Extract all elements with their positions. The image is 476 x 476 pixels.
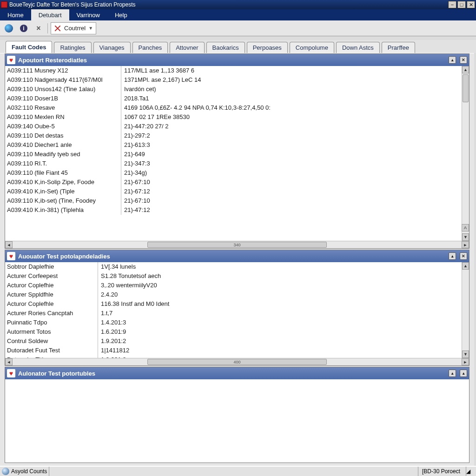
window-title: BoueTeyjc Dafte Tor Beten's Sijus Eratio…: [9, 1, 136, 8]
tab-vianages[interactable]: Vianages: [93, 42, 131, 53]
cell-value: 1|1411812: [98, 346, 469, 355]
panel2-vscroll[interactable]: ▲ ▼: [462, 262, 469, 358]
scroll-right-icon[interactable]: ►: [462, 241, 469, 248]
panel2-close-button[interactable]: ✕: [460, 252, 467, 260]
panel2-hscroll[interactable]: ◄ 400 ►: [5, 358, 469, 365]
window-titlebar: BoueTeyjc Dafte Tor Beten's Sijus Eratio…: [0, 0, 476, 9]
table-row[interactable]: A039:410 Diecher1 anle21)-613:3: [5, 140, 469, 150]
table-row[interactable]: A039:111 Musney X12117/ML1 ase 1,,13 368…: [5, 66, 469, 75]
table-row[interactable]: A039:110 (file Fiant 4521)-34g): [5, 168, 469, 178]
hscroll-thumb-1[interactable]: 340: [147, 242, 327, 248]
tab-compolume[interactable]: Compolume: [290, 42, 334, 53]
menu-varrinow[interactable]: Varrinow: [69, 9, 107, 20]
menubar: Home Detubart Varrinow Help: [0, 9, 476, 20]
panel1-side-tool[interactable]: A: [462, 224, 469, 231]
scroll-thumb[interactable]: [463, 74, 469, 102]
table-row[interactable]: Contrul Soldew1.9.201:2: [5, 337, 469, 346]
tab-baokarics[interactable]: Baokarics: [206, 42, 245, 53]
table-row[interactable]: A039:110 RI.T.21)-347:3: [5, 159, 469, 168]
panel1-collapse-button[interactable]: ▴: [449, 56, 456, 64]
close-button[interactable]: ✕: [467, 1, 475, 8]
close-icon: ×: [36, 24, 40, 33]
status-grip[interactable]: ◢: [466, 467, 474, 476]
scroll-down-icon[interactable]: ▼: [462, 350, 469, 358]
cell-value: 3,.20 wentermiilyV20: [98, 281, 469, 290]
panel-portables: ♥ Aulonator Test potortubles ▴ ▴: [5, 367, 469, 463]
status-left-text: Asyold Counts: [11, 468, 47, 475]
table-row[interactable]: A039:140 Oube-521)-447:20 27/ 2: [5, 122, 469, 131]
scroll-down-icon[interactable]: ▼: [462, 233, 469, 241]
panel1-close-button[interactable]: ✕: [460, 56, 467, 64]
table-row[interactable]: Acturer Sppldfhle2.4.20: [5, 290, 469, 299]
table-row[interactable]: A039:410 K.in-381) (Tiplehla21)-47:12: [5, 205, 469, 215]
scroll-up-icon[interactable]: ▲: [462, 66, 469, 73]
panel2-collapse-button[interactable]: ▴: [449, 252, 456, 260]
status-right-text: [BD-30 Poroect: [422, 468, 460, 475]
panel1-hscroll[interactable]: ◄ 340 ►: [5, 241, 469, 248]
panel1-vscroll[interactable]: ▲ ▼: [462, 66, 469, 241]
scroll-right-icon[interactable]: ►: [462, 358, 469, 365]
panel-header-1: ♥ Apoutort Resterodiatles ▴ ✕: [5, 54, 469, 66]
tab-ratingles[interactable]: Ratingles: [54, 42, 91, 53]
scroll-left-icon[interactable]: ◄: [5, 241, 13, 248]
minimize-button[interactable]: −: [448, 1, 456, 8]
table-row[interactable]: Dutoradet Fuut Test1|1411812: [5, 346, 469, 355]
chevron-down-icon: ▼: [88, 26, 93, 31]
table-row[interactable]: Acturer CorfeepestS1.28 Tonutetsof aech: [5, 271, 469, 281]
table-row[interactable]: A039:110 K,ib-set) (Tine, Foodey21)-67:1…: [5, 196, 469, 205]
table-row[interactable]: A039:110 Nadgersady 4117(67/M0I1371MPl. …: [5, 75, 469, 85]
tab-perpoases[interactable]: Perpoases: [247, 42, 288, 53]
info-button[interactable]: i: [18, 22, 30, 34]
panel3-collapse-button[interactable]: ▴: [449, 370, 456, 377]
cell-code: A039:110 RI.T.: [5, 159, 121, 168]
status-bar: Asyold Counts [BD-30 Poroect ◢: [0, 466, 476, 476]
table-row[interactable]: Puinnatic Tdpo1.4.201:3: [5, 318, 469, 327]
cell-code: Sobtror Daplefhie: [5, 262, 98, 271]
table-row[interactable]: A039:110 Meadify tyeb sed21)-649: [5, 150, 469, 159]
cell-value: 2.4.20: [98, 290, 469, 299]
table-rows-1: A039:111 Musney X12117/ML1 ase 1,,13 368…: [5, 66, 469, 241]
panel-body-1: A039:111 Musney X12117/ML1 ase 1,,13 368…: [5, 66, 469, 248]
table-row[interactable]: A039:410 K,in-Set) (Tiple21)-67:12: [5, 187, 469, 196]
cell-value: 1067 02 17 1REe 38530: [121, 112, 469, 122]
heart-icon: ♥: [7, 56, 15, 64]
panel-body-3: [5, 379, 469, 463]
hscroll-thumb-2[interactable]: 400: [147, 359, 327, 365]
panel3-expand-button[interactable]: ▴: [460, 370, 467, 377]
scroll-up-icon[interactable]: ▲: [462, 262, 469, 270]
tab-fault-codes[interactable]: Fault Codes: [6, 41, 52, 53]
table-row[interactable]: Autorment Totos1.6.201:9: [5, 327, 469, 337]
table-row[interactable]: A039:110 Det destas21)-297:2: [5, 131, 469, 140]
control-dropdown[interactable]: Coutrrel ▼: [51, 22, 96, 34]
tab-down-astcs[interactable]: Down Astcs: [336, 42, 380, 53]
table-row[interactable]: Acturor Coplefhie3,.20 wentermiilyV20: [5, 281, 469, 290]
scroll-left-icon[interactable]: ◄: [5, 358, 13, 365]
table-row[interactable]: A039:110 Doser1B2018.Ta1: [5, 94, 469, 103]
cell-value: 21)-67:10: [121, 196, 469, 205]
table-row[interactable]: A032:110 Resave4169 106A 0,£6Z- 4.2 94 N…: [5, 103, 469, 112]
tab-panches[interactable]: Panches: [132, 42, 168, 53]
cell-value: 1.9.201:2: [98, 337, 469, 346]
table-row[interactable]: A039:110 Unsos142 (Tine 1alau)Ivardón ce…: [5, 85, 469, 94]
cell-value: 21)-649: [121, 150, 469, 159]
tab-attovner[interactable]: Attovner: [170, 42, 204, 53]
menu-help[interactable]: Help: [107, 9, 135, 20]
close-tab-button[interactable]: ×: [33, 22, 45, 34]
table-row[interactable]: Acturor Coplefhle116.38 Instf and M0 Ide…: [5, 299, 469, 309]
maximize-button[interactable]: □: [457, 1, 466, 8]
cell-value: 117/ML1 ase 1,,13 3687 6: [121, 66, 469, 75]
table-row[interactable]: Acturer Rories Cancptah1.t,7: [5, 309, 469, 318]
menu-home[interactable]: Home: [0, 9, 31, 20]
table-row[interactable]: A039:110 Mexlen RN1067 02 17 1REe 38530: [5, 112, 469, 122]
table-row[interactable]: A039:410 K,in-Solip Zipe, Foode21)-67:10: [5, 178, 469, 187]
panel-title-2: Auouator Test potolapndeladies: [18, 253, 110, 260]
cell-code: A039:410 K,in-Set) (Tiple: [5, 187, 121, 196]
cell-code: A039:110 Meadify tyeb sed: [5, 150, 121, 159]
menu-detubart[interactable]: Detubart: [31, 9, 69, 20]
globe-button[interactable]: [3, 22, 15, 34]
table-row[interactable]: Sobtror Daplefhie1V[.34 lunels: [5, 262, 469, 271]
table-rows-2: Sobtror Daplefhie1V[.34 lunelsActurer Co…: [5, 262, 469, 358]
x-icon: [54, 25, 61, 32]
tab-prarffee[interactable]: Prarffee: [382, 42, 415, 53]
cell-code: A039:110 K,ib-set) (Tine, Foodey: [5, 196, 121, 205]
